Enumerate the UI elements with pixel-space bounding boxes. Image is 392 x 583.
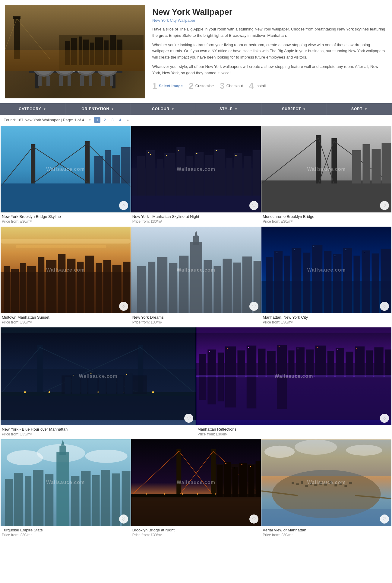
- svg-rect-8: [38, 76, 42, 86]
- svg-rect-93: [4, 266, 10, 313]
- filter-style-chevron: ▼: [235, 107, 238, 111]
- svg-rect-214: [56, 452, 69, 526]
- step-indicators: 1 Select Image 2 Customise 3 Checkout 4 …: [152, 81, 387, 91]
- svg-rect-165: [107, 375, 116, 394]
- grid-item-manhattan-night[interactable]: Wallsauce.com ♡ New York - Manhattan Sky…: [131, 126, 261, 227]
- svg-rect-221: [45, 474, 53, 526]
- filter-colour-label: COLOUR: [152, 107, 169, 111]
- prev-page-btn[interactable]: «: [87, 117, 93, 123]
- svg-rect-78: [316, 135, 321, 183]
- item-title-11: Aerial View of Manhattan: [263, 528, 390, 532]
- grid-item-turquoise[interactable]: Wallsauce.com ♡ Turquoise Empire State P…: [1, 439, 131, 540]
- svg-rect-199: [225, 377, 236, 407]
- svg-rect-129: [312, 245, 323, 313]
- grid-item-manhattan-city[interactable]: Wallsauce.com ♡ Manhattan, New York City…: [261, 227, 391, 327]
- svg-rect-42: [31, 144, 35, 183]
- page-2-btn[interactable]: 2: [102, 117, 108, 123]
- svg-rect-142: [364, 252, 365, 252]
- svg-rect-264: [324, 483, 327, 486]
- wishlist-btn-6[interactable]: ♡: [380, 302, 389, 311]
- svg-rect-266: [335, 484, 337, 486]
- svg-rect-72: [196, 153, 197, 154]
- item-title-5: New York Dreams: [132, 315, 260, 320]
- item-info-7: New York - Blue Hour over Manhattan Pric…: [1, 425, 196, 439]
- svg-point-213: [85, 450, 127, 463]
- svg-rect-208: [337, 350, 338, 350]
- grid-row-2: Wallsauce.com ♡ Midtown Manhattan Sunset…: [1, 227, 391, 327]
- step-1[interactable]: 1 Select Image: [152, 81, 183, 91]
- svg-rect-85: [363, 144, 370, 183]
- grid-item-brooklyn-skyline[interactable]: Wallsauce.com ♡ New York Brooklyn Bridge…: [1, 126, 131, 227]
- grid-item-reflections[interactable]: Wallsauce.com ♡ Manhattan Reflections Pr…: [196, 327, 391, 439]
- filter-orientation-label: ORIENTATION: [81, 107, 109, 111]
- svg-rect-203: [227, 348, 228, 349]
- svg-rect-114: [169, 263, 177, 313]
- filter-category[interactable]: CATEGORY ▼: [0, 103, 65, 115]
- grid-item-aerial[interactable]: Wallsauce.com ♡ Aerial View of Manhattan…: [261, 439, 391, 540]
- svg-rect-86: [372, 149, 381, 183]
- product-image-manhattan-night: Wallsauce.com ♡: [131, 126, 261, 212]
- item-info-3: Monochrome Brooklyn Bridge Price from: £…: [261, 212, 391, 227]
- item-price-1: Price from: £30/m²: [2, 219, 129, 224]
- wishlist-btn-4[interactable]: ♡: [119, 302, 128, 311]
- svg-rect-190: [355, 346, 365, 377]
- filter-category-label: CATEGORY: [19, 107, 41, 111]
- wishlist-btn-10[interactable]: ♡: [249, 515, 258, 524]
- svg-rect-43: [85, 141, 90, 183]
- next-page-btn[interactable]: »: [125, 117, 131, 123]
- step-1-num: 1: [152, 81, 157, 91]
- grid-item-monochrome-bridge[interactable]: Wallsauce.com ♡ Monochrome Brooklyn Brid…: [261, 126, 391, 227]
- grid-row-3: Wallsauce.com ♡ New York - Blue Hour ove…: [1, 327, 391, 439]
- item-info-5: New York Dreams Price from: £30/m²: [131, 313, 261, 327]
- svg-rect-176: [218, 353, 224, 377]
- svg-rect-217: [5, 479, 13, 526]
- grid-item-brooklyn-night[interactable]: Wallsauce.com ♡ Brooklyn Bridge at Night…: [131, 439, 261, 540]
- svg-rect-13: [68, 75, 71, 86]
- item-title-2: New York - Manhattan Skyline at Night: [132, 214, 260, 219]
- step-2: 2 Customise: [189, 81, 214, 91]
- svg-rect-163: [88, 372, 97, 394]
- svg-rect-185: [306, 350, 314, 377]
- svg-rect-254: [250, 466, 251, 467]
- page-1-btn[interactable]: 1: [94, 117, 100, 123]
- hero-subtitle: New York City Wallpaper: [152, 18, 387, 23]
- page-4-btn[interactable]: 4: [117, 117, 123, 123]
- filter-style[interactable]: STYLE ▼: [196, 103, 261, 115]
- wishlist-btn-3[interactable]: ♡: [380, 201, 389, 210]
- wishlist-btn-1[interactable]: ♡: [119, 201, 128, 210]
- item-price-3: Price from: £30/m²: [263, 219, 390, 224]
- svg-rect-180: [258, 349, 265, 377]
- grid-item-blue-hour[interactable]: Wallsauce.com ♡ New York - Blue Hour ove…: [1, 327, 196, 439]
- wishlist-btn-7[interactable]: ♡: [184, 414, 193, 423]
- svg-rect-16: [80, 75, 84, 86]
- wishlist-btn-9[interactable]: ♡: [119, 515, 128, 524]
- wishlist-btn-11[interactable]: ♡: [380, 515, 389, 524]
- svg-rect-133: [354, 256, 360, 313]
- svg-rect-269: [349, 482, 352, 484]
- svg-rect-186: [315, 346, 326, 377]
- filter-sort[interactable]: SORT ▼: [327, 103, 392, 115]
- svg-rect-87: [382, 143, 391, 183]
- filter-orientation[interactable]: ORIENTATION ▼: [65, 103, 131, 115]
- filter-colour[interactable]: COLOUR ▼: [131, 103, 196, 115]
- svg-rect-187: [327, 351, 334, 377]
- svg-rect-184: [296, 347, 305, 377]
- filter-subject[interactable]: SUBJECT ▼: [261, 103, 327, 115]
- item-price-4: Price from: £30/m²: [2, 320, 129, 324]
- svg-rect-74: [235, 155, 236, 156]
- svg-rect-271: [261, 509, 391, 526]
- svg-rect-191: [366, 351, 373, 377]
- filter-subject-chevron: ▼: [303, 107, 306, 111]
- grid-item-ny-dreams[interactable]: Wallsauce.com ♡ New York Dreams Price fr…: [131, 227, 261, 327]
- svg-rect-251: [225, 463, 226, 464]
- grid-item-midtown-sunset[interactable]: Wallsauce.com ♡ Midtown Manhattan Sunset…: [1, 227, 131, 327]
- svg-point-238: [182, 493, 183, 495]
- svg-rect-179: [247, 346, 256, 377]
- page-3-btn[interactable]: 3: [109, 117, 115, 123]
- step-4-label: Install: [255, 84, 266, 88]
- wishlist-btn-8[interactable]: ♡: [380, 414, 389, 423]
- filter-sort-label: SORT: [351, 107, 362, 111]
- filter-category-chevron: ▼: [43, 107, 46, 111]
- item-price-10: Price from: £30/m²: [132, 533, 260, 537]
- step-4-num: 4: [249, 81, 254, 91]
